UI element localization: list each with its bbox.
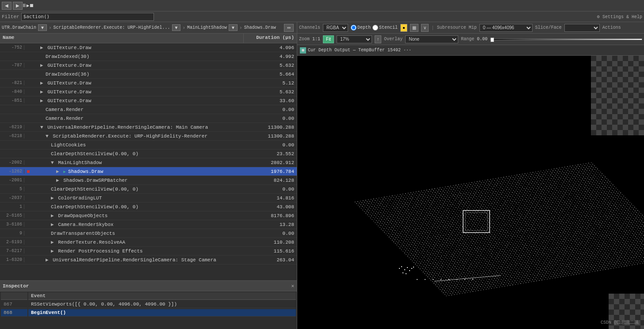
filter-input[interactable]	[21, 13, 154, 21]
row-name-text: ClearDepthStencilView(0.00, 0)	[51, 204, 138, 210]
table-row[interactable]: 9DrawTransparentObjects0.00	[0, 229, 297, 238]
row-duration: 5.632	[253, 63, 297, 68]
row-id: 3-6186	[0, 222, 24, 227]
breadcrumb-dropdown-3[interactable]: ▼	[229, 24, 238, 31]
inspector-header: Inspector ✕	[0, 281, 297, 291]
row-duration: 1976.784	[253, 169, 297, 174]
row-duration: 14.816	[253, 195, 297, 201]
row-name: ▶ GUITexture.Draw	[33, 62, 253, 68]
row-name: ClearDepthStencilView(0.00, 0)	[33, 187, 253, 192]
row-name: ▼ ScriptableRenderer.Execute: URP-HighFi…	[33, 134, 253, 139]
channels-select[interactable]: RGBA	[323, 24, 348, 32]
row-name: ▶ GUITexture.Draw	[33, 98, 253, 103]
breadcrumb-dropdown-1[interactable]: ▼	[38, 24, 47, 31]
table-row[interactable]: -851▶ GUITexture.Draw33.60	[0, 96, 297, 105]
zoom-percent-select[interactable]: 17% 25% 50% 100%	[337, 35, 372, 43]
color-picker-btn[interactable]: ●	[400, 24, 407, 32]
col-name: Name	[0, 34, 244, 43]
row-marker	[24, 170, 33, 173]
inspector-panel: Inspector ✕ Event 867RSSetViewports([{ 0…	[0, 280, 297, 329]
table-row[interactable]: 1-6320▶ UniversalRenderPipeline.RenderSi…	[0, 256, 297, 264]
table-row[interactable]: Camera.Render0.00	[0, 114, 297, 123]
row-id: -2001	[0, 178, 24, 183]
fit-button[interactable]: Fit	[323, 35, 334, 43]
row-id: -840	[0, 89, 24, 94]
inspector-title: Inspector	[3, 283, 291, 289]
settings-help-label[interactable]: ⚙ Settings & Help	[597, 14, 642, 19]
row-name-text: UniversalRenderPipeline.RenderSingleCame…	[47, 125, 208, 130]
row-name-text: MainLightShadow	[58, 160, 102, 165]
tree-arrow-icon: ▼	[51, 160, 57, 165]
row-name: ClearDepthStencilView(0.00, 0)	[33, 204, 253, 210]
table-row[interactable]: ClearDepthStencilView(0.00, 0)23.552	[0, 149, 297, 158]
toolbar-back-btn[interactable]: ◀	[2, 2, 12, 10]
right-toolbar-2: Zoom 1:1 Fit 17% 25% 50% 100% ↑ Overlay …	[297, 34, 644, 45]
overlay-select[interactable]: None Wireframe	[405, 35, 458, 43]
inspector-event-id: 867	[1, 301, 27, 308]
top-toolbar: ◀ ▶ ⏸▶⏹	[0, 0, 644, 11]
table-row[interactable]: 2-6193▶ RenderTexture.ResolveAA110.208	[0, 238, 297, 247]
row-duration: 0.00	[253, 231, 297, 236]
table-row[interactable]: 7-6217▶ Render PostProcessing Effects115…	[0, 247, 297, 256]
row-name: ▶ RenderTexture.ResolveAA	[33, 239, 253, 245]
viewport[interactable]: CSDN @口思流二議	[297, 56, 644, 329]
table-row[interactable]: -1262▶ ▶ Shadows.Draw1976.784	[0, 167, 297, 176]
right-toolbar-1: Channels RGBA Depth Stencil ● ▦ ∨ | Subr…	[297, 22, 644, 34]
tree-arrow-icon: ▶	[51, 213, 57, 218]
row-duration: 0.00	[253, 187, 297, 192]
breadcrumb-item-3: MainLightShadow	[187, 25, 227, 30]
arrow-btn[interactable]: ∨	[421, 24, 429, 32]
inspector-close-btn[interactable]: ✕	[291, 283, 294, 289]
zoom-up-btn[interactable]: ↑	[375, 35, 381, 43]
depth-radio[interactable]: Depth	[351, 25, 371, 31]
inspector-row[interactable]: 868BeginEvent()	[1, 309, 296, 317]
trace-table[interactable]: -752▶ GUITexture.Draw4.096DrawIndexed(30…	[0, 43, 297, 280]
range-slider-bar[interactable]	[490, 38, 642, 40]
table-row[interactable]: DrawIndexed(36)5.664	[0, 70, 297, 79]
table-row[interactable]: -2037▶ ColorGradingLUT14.816	[0, 194, 297, 203]
table-row[interactable]: -821▶ GUITexture.Draw5.12	[0, 79, 297, 88]
table-row[interactable]: -2001▶ Shadows.DrawSRPBatcher824.128	[0, 176, 297, 185]
row-name-text: ScriptableRenderer.Execute: URP-HighFide…	[53, 134, 207, 139]
table-row[interactable]: 3-6186▶ Camera.RenderSkybox13.28	[0, 220, 297, 229]
inspector-table: Event 867RSSetViewports([{ 0.00, 0.00, 4…	[0, 291, 297, 318]
row-name: ▶ Camera.RenderSkybox	[33, 222, 253, 227]
inspector-row[interactable]: 867RSSetViewports([{ 0.00, 0.00, 4096.00…	[1, 301, 296, 308]
row-duration: 8176.896	[253, 213, 297, 218]
row-duration: 0.00	[253, 107, 297, 112]
breadcrumb-nav-btn[interactable]: ⇔	[284, 24, 294, 32]
table-row[interactable]: -6219▼ UniversalRenderPipeline.RenderSin…	[0, 123, 297, 132]
toolbar-fwd-btn[interactable]: ▶	[13, 2, 23, 10]
table-row[interactable]: 2-6165▶ DrawOpaqueObjects8176.896	[0, 211, 297, 220]
row-name-text: ColorGradingLUT	[58, 195, 102, 201]
table-row[interactable]: -787▶ GUITexture.Draw5.632	[0, 61, 297, 70]
stencil-radio[interactable]: Stencil	[372, 25, 398, 31]
table-row[interactable]: -6218▼ ScriptableRenderer.Execute: URP-H…	[0, 132, 297, 141]
table-row[interactable]: -2002▼ MainLightShadow2802.912	[0, 158, 297, 167]
tree-arrow-icon: ▶	[51, 195, 57, 201]
row-id: -851	[0, 98, 24, 103]
table-row[interactable]: 5ClearDepthStencilView(0.00, 0)0.00	[0, 185, 297, 194]
row-id: 7-6217	[0, 249, 24, 253]
filter-label: Filter	[2, 14, 19, 19]
row-id: 2-6165	[0, 213, 24, 218]
row-duration: 2802.912	[253, 160, 297, 165]
slice-select[interactable]	[564, 24, 600, 32]
table-row[interactable]: Camera.Render0.00	[0, 105, 297, 114]
depth-stencil-group: Depth Stencil	[351, 25, 398, 31]
table-row[interactable]: -752▶ GUITexture.Draw4.096	[0, 43, 297, 52]
table-row[interactable]: DrawIndexed(30)4.992	[0, 52, 297, 61]
output-icon: ■	[300, 47, 306, 54]
table-row[interactable]: LightCookies0.00	[0, 141, 297, 149]
breadcrumb-item-2: ScriptableRenderer.Execute: URP-HighFide…	[54, 25, 170, 30]
mip-select[interactable]: 0 — 4096x4096	[479, 24, 533, 32]
row-duration: 263.04	[253, 257, 297, 263]
breadcrumb-dropdown-2[interactable]: ▼	[172, 24, 181, 31]
row-duration: 13.28	[253, 222, 297, 227]
checkerboard-btn[interactable]: ▦	[410, 24, 418, 32]
table-row[interactable]: -840▶ GUITexture.Draw5.632	[0, 88, 297, 96]
row-name: ▼ MainLightShadow	[33, 160, 253, 165]
row-name-text: GUITexture.Draw	[47, 98, 91, 103]
row-duration: 4.096	[253, 45, 297, 50]
table-row[interactable]: 1ClearDepthStencilView(0.00, 0)43.008	[0, 203, 297, 211]
